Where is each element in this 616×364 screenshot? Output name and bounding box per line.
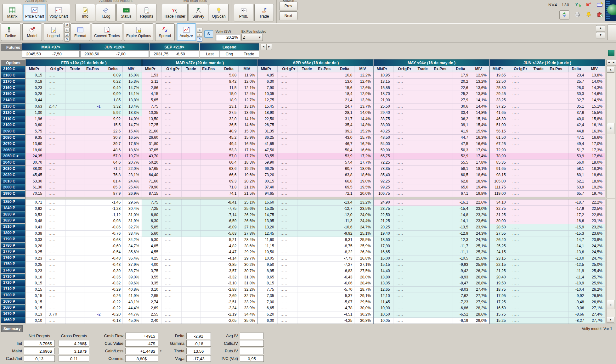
expos-cell[interactable]: [201, 178, 221, 184]
strike-label-1770-p[interactable]: 1770 P: [1, 249, 25, 255]
alerts-bell-icon[interactable]: [585, 11, 592, 19]
mktpr-cell[interactable]: 79,90: [142, 184, 162, 190]
delta-cell[interactable]: 74,1: [221, 191, 239, 197]
delta-cell[interactable]: -0,43: [105, 262, 123, 268]
strike-label-2040-c[interactable]: 2040 C: [1, 160, 25, 165]
analyze-button[interactable]: Analyze: [177, 23, 196, 41]
reports-button[interactable]: Reports: [137, 4, 156, 21]
mktpr-cell[interactable]: 38,00: [374, 122, 393, 128]
miv-cell[interactable]: 13,1%: [239, 104, 257, 109]
mktpr-cell[interactable]: 2,95: [142, 293, 162, 299]
delta-cell[interactable]: 18,4: [337, 91, 355, 97]
trade-cell[interactable]: [66, 206, 85, 212]
trade-cell[interactable]: [182, 97, 201, 103]
expos-cell[interactable]: [316, 262, 337, 268]
trade-cell[interactable]: [182, 172, 201, 178]
origpr-cell[interactable]: .....: [46, 287, 66, 293]
trade-cell[interactable]: [182, 85, 201, 91]
origpr-cell[interactable]: .....: [162, 135, 182, 141]
trade-cell[interactable]: [182, 72, 201, 78]
trade-cell[interactable]: [66, 122, 85, 128]
trade-cell[interactable]: [66, 237, 85, 243]
origpr-cell[interactable]: .....: [393, 135, 414, 141]
miv-cell[interactable]: 14,6%: [586, 91, 605, 97]
expos-cell[interactable]: [548, 224, 569, 230]
trade-cell[interactable]: [66, 224, 85, 230]
expos-cell[interactable]: [432, 224, 453, 230]
expos-cell[interactable]: -1: [84, 104, 105, 109]
delta-cell[interactable]: 65,0: [453, 184, 471, 190]
miv-cell[interactable]: 12,6%: [354, 85, 373, 91]
miv-cell[interactable]: 15,1%: [586, 104, 605, 109]
futures-contract-header-sep[interactable]: SEP <219>: [150, 43, 199, 50]
expos-cell[interactable]: [548, 237, 569, 243]
origpr-cell[interactable]: .....: [393, 110, 414, 116]
expos-cell[interactable]: [548, 122, 569, 128]
origpr-cell[interactable]: .....: [46, 178, 66, 184]
mktpr-cell[interactable]: 7,35: [258, 293, 278, 299]
delta-cell[interactable]: -4,25: [337, 318, 355, 324]
miv-cell[interactable]: 14,1%: [470, 97, 489, 103]
quotes-feed-icon[interactable]: Yb: [574, 1, 581, 8]
trade-cell[interactable]: [413, 147, 432, 153]
trade-cell[interactable]: [529, 104, 548, 109]
expos-cell[interactable]: [316, 206, 337, 212]
mktpr-cell[interactable]: 16,50: [490, 305, 509, 311]
miv-cell[interactable]: 11,9%: [239, 72, 257, 78]
strike-label-1780-p[interactable]: 1780 P: [1, 243, 25, 249]
expos-cell[interactable]: [548, 116, 569, 122]
miv-cell[interactable]: 17,4%: [470, 153, 489, 159]
mktpr-cell[interactable]: 10,50: [258, 249, 278, 255]
trade-cell[interactable]: [529, 128, 548, 134]
delta-cell[interactable]: -12,0: [337, 212, 355, 218]
trade-cell[interactable]: [66, 274, 85, 280]
origpr-cell[interactable]: .....: [162, 160, 182, 165]
origpr-cell[interactable]: .....: [509, 206, 529, 212]
spread-button[interactable]: ✗✗Spread: [155, 23, 175, 41]
miv-cell[interactable]: 12,0%: [239, 79, 257, 85]
expos-cell[interactable]: [548, 85, 569, 91]
origpr-cell[interactable]: .....: [46, 79, 66, 85]
mktpr-cell[interactable]: 34,10: [490, 199, 509, 205]
mktpr-cell[interactable]: 0,25: [26, 249, 46, 255]
trade-cell[interactable]: [297, 231, 316, 237]
expos-cell[interactable]: [201, 79, 221, 85]
mktpr-cell[interactable]: 66,25: [258, 166, 278, 172]
convert-trades-button[interactable]: Convert Trades: [92, 23, 122, 41]
strike-label-1690-p[interactable]: 1690 P: [1, 299, 25, 305]
mktpr-cell[interactable]: 0,15: [26, 280, 46, 286]
expos-cell[interactable]: [84, 293, 105, 299]
expos-cell[interactable]: [548, 243, 569, 249]
delta-cell[interactable]: 58,1: [453, 166, 471, 172]
mktpr-cell[interactable]: 41,65: [258, 141, 278, 147]
trade-cell[interactable]: [66, 212, 85, 218]
delta-cell[interactable]: 87,9: [105, 191, 123, 197]
delta-cell[interactable]: -5,21: [221, 237, 239, 243]
miv-cell[interactable]: 14,9%: [586, 97, 605, 103]
expos-cell[interactable]: [84, 135, 105, 141]
mode-mini-buttons-2[interactable]: 2: [64, 32, 70, 37]
next-button[interactable]: Next: [279, 11, 297, 20]
origpr-cell[interactable]: .....: [393, 122, 414, 128]
origpr-cell[interactable]: .....: [162, 206, 182, 212]
mktpr-cell[interactable]: 26,60: [142, 135, 162, 141]
mktpr-cell[interactable]: 43,70: [142, 153, 162, 159]
trade-cell[interactable]: [529, 287, 548, 293]
expos-cell[interactable]: [316, 72, 337, 78]
trade-cell[interactable]: [182, 231, 201, 237]
miv-cell[interactable]: 12,2%: [354, 72, 373, 78]
trade-cell[interactable]: [297, 199, 316, 205]
trade-cell[interactable]: [413, 255, 432, 261]
strike-label-1730-p[interactable]: 1730 P: [1, 274, 25, 280]
origpr-cell[interactable]: .....: [46, 231, 66, 237]
miv-cell[interactable]: 17,2%: [354, 153, 373, 159]
mktpr-cell[interactable]: 2,86: [142, 85, 162, 91]
origpr-cell[interactable]: .....: [46, 91, 66, 97]
miv-cell[interactable]: 26,8%: [586, 299, 605, 305]
expos-cell[interactable]: [84, 243, 105, 249]
strike-label-2080-c[interactable]: 2080 C: [1, 135, 25, 141]
miv-cell[interactable]: 17,7%: [239, 153, 257, 159]
delta-cell[interactable]: -9,93: [453, 262, 471, 268]
trade-cell[interactable]: [413, 287, 432, 293]
miv-cell[interactable]: 21,1%: [239, 184, 257, 190]
